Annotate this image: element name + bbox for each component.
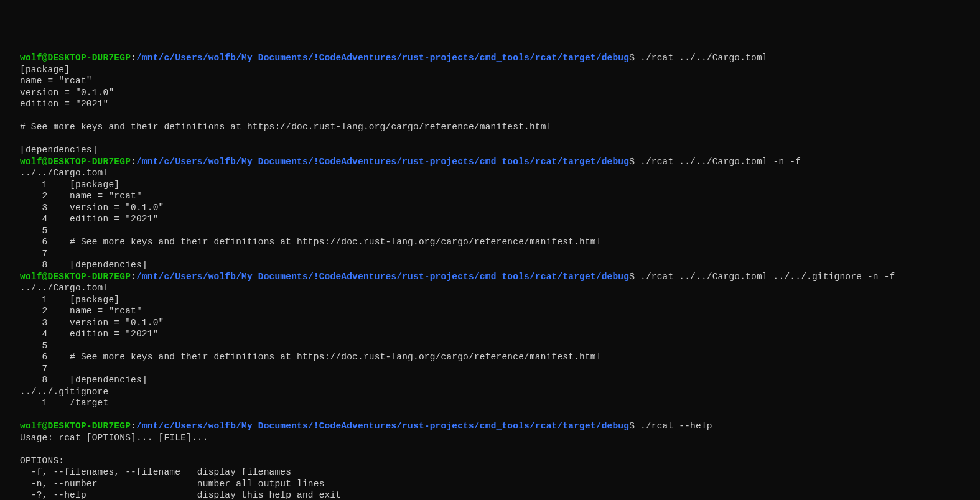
output-line: 4 edition = "2021" <box>20 213 960 225</box>
output-line <box>20 110 960 122</box>
output-line: name = "rcat" <box>20 75 960 87</box>
dollar: $ <box>629 53 635 63</box>
output-line: 3 version = "0.1.0" <box>20 317 960 329</box>
output-line: -f, --filenames, --filename display file… <box>20 466 960 478</box>
output-line: -?, --help display this help and exit <box>20 489 960 500</box>
output-line: 6 # See more keys and their definitions … <box>20 351 960 363</box>
dollar: $ <box>629 157 635 167</box>
output-line: [package] <box>20 64 960 76</box>
output-line: 1 [package] <box>20 294 960 306</box>
output-line: 6 # See more keys and their definitions … <box>20 236 960 248</box>
user-host: wolf@DESKTOP-DUR7EGP <box>20 53 131 63</box>
output-line: 4 edition = "2021" <box>20 328 960 340</box>
output-line <box>20 443 960 455</box>
colon: : <box>131 272 136 282</box>
command-1: ./rcat ../../Cargo.toml <box>640 53 768 63</box>
prompt-line-1: wolf@DESKTOP-DUR7EGP:/mnt/c/Users/wolfb/… <box>20 52 960 64</box>
path: /mnt/c/Users/wolfb/My Documents/!CodeAdv… <box>136 272 629 282</box>
output-line: 7 <box>20 248 960 260</box>
output-line: 3 version = "0.1.0" <box>20 202 960 214</box>
colon: : <box>131 53 136 63</box>
path: /mnt/c/Users/wolfb/My Documents/!CodeAdv… <box>136 157 629 167</box>
colon: : <box>131 157 136 167</box>
output-line: 2 name = "rcat" <box>20 305 960 317</box>
dollar: $ <box>629 421 635 431</box>
command-3: ./rcat ../../Cargo.toml ../../.gitignore… <box>640 272 895 282</box>
terminal-output[interactable]: wolf@DESKTOP-DUR7EGP:/mnt/c/Users/wolfb/… <box>20 52 960 500</box>
prompt-line-2: wolf@DESKTOP-DUR7EGP:/mnt/c/Users/wolfb/… <box>20 156 960 168</box>
output-line: 5 <box>20 225 960 237</box>
output-line: ../../Cargo.toml <box>20 282 960 294</box>
output-line: ../../.gitignore <box>20 386 960 398</box>
output-line: edition = "2021" <box>20 98 960 110</box>
output-line: ../../Cargo.toml <box>20 167 960 179</box>
command-2: ./rcat ../../Cargo.toml -n -f <box>640 157 801 167</box>
output-line: 8 [dependencies] <box>20 374 960 386</box>
user-host: wolf@DESKTOP-DUR7EGP <box>20 157 131 167</box>
output-line: # See more keys and their definitions at… <box>20 121 960 133</box>
prompt-line-4: wolf@DESKTOP-DUR7EGP:/mnt/c/Users/wolfb/… <box>20 420 960 432</box>
path: /mnt/c/Users/wolfb/My Documents/!CodeAdv… <box>136 421 629 431</box>
path: /mnt/c/Users/wolfb/My Documents/!CodeAdv… <box>136 53 629 63</box>
output-line: 1 /target <box>20 397 960 409</box>
user-host: wolf@DESKTOP-DUR7EGP <box>20 272 131 282</box>
output-line: 5 <box>20 340 960 352</box>
output-line: -n, --number number all output lines <box>20 478 960 490</box>
output-line: OPTIONS: <box>20 455 960 467</box>
prompt-line-3: wolf@DESKTOP-DUR7EGP:/mnt/c/Users/wolfb/… <box>20 271 960 283</box>
output-line <box>20 409 960 421</box>
user-host: wolf@DESKTOP-DUR7EGP <box>20 421 131 431</box>
output-line: 7 <box>20 363 960 375</box>
output-line: 1 [package] <box>20 179 960 191</box>
output-line: Usage: rcat [OPTIONS]... [FILE]... <box>20 432 960 444</box>
output-line: [dependencies] <box>20 144 960 156</box>
colon: : <box>131 421 136 431</box>
output-line: version = "0.1.0" <box>20 87 960 99</box>
output-line <box>20 133 960 145</box>
dollar: $ <box>629 272 635 282</box>
command-4: ./rcat --help <box>640 421 712 431</box>
output-line: 8 [dependencies] <box>20 259 960 271</box>
output-line: 2 name = "rcat" <box>20 190 960 202</box>
